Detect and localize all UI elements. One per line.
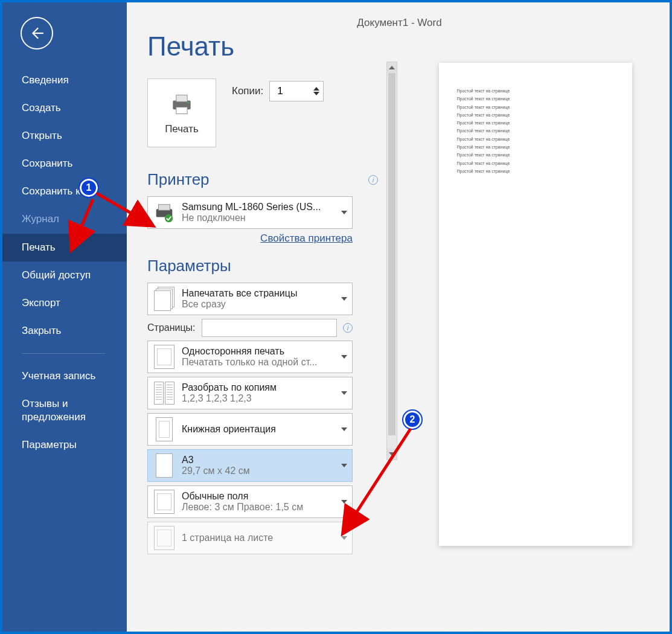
paper-icon	[153, 453, 176, 478]
preview-text-line: Простой текст на странице	[457, 151, 614, 159]
margins-icon	[153, 490, 176, 514]
preview-text-line: Простой текст на странице	[457, 159, 614, 167]
backstage-sidebar: Сведения Создать Открыть Сохранить Сохра…	[0, 0, 127, 634]
portrait-icon	[153, 417, 176, 441]
chevron-down-icon	[341, 536, 347, 540]
back-button[interactable]	[21, 17, 53, 50]
preview-text-line: Простой текст на странице	[457, 135, 614, 143]
pages-input[interactable]	[202, 319, 337, 337]
pages-label: Страницы:	[147, 322, 196, 333]
preview-text-line: Простой текст на странице	[457, 143, 614, 151]
printer-status: Не подключен	[182, 213, 333, 223]
nav-item-options[interactable]: Параметры	[0, 431, 127, 459]
chevron-down-icon	[341, 391, 347, 395]
chevron-down-icon	[341, 297, 347, 301]
print-button-label: Печать	[165, 123, 199, 135]
preview-text-line: Простой текст на странице	[457, 119, 614, 127]
settings-section-header: Параметры	[147, 257, 231, 275]
collate-icon	[153, 381, 176, 405]
nav-item-journal[interactable]: Журнал	[0, 205, 127, 233]
nav-item-share[interactable]: Общий доступ	[0, 261, 127, 289]
per-sheet-label: 1 страница на листе	[182, 533, 333, 543]
one-sided-icon	[153, 345, 176, 369]
margins-sub: Левое: 3 см Правое: 1,5 см	[182, 502, 333, 513]
page-preview: Простой текст на страницеПростой текст н…	[439, 63, 632, 546]
print-range-dropdown[interactable]: Напечатать все страницы Все сразу	[147, 283, 353, 315]
collate-dropdown[interactable]: Разобрать по копиям 1,2,3 1,2,3 1,2,3	[147, 377, 353, 409]
nav-item-saveas[interactable]: Сохранить как	[0, 178, 127, 205]
nav-item-save[interactable]: Сохранить	[0, 150, 127, 178]
copies-spinner-up[interactable]	[313, 87, 319, 91]
printer-section-header: Принтер	[147, 170, 210, 189]
print-button[interactable]: Печать	[147, 78, 216, 147]
one-page-icon	[153, 526, 176, 550]
nav-separator	[22, 353, 105, 354]
margins-dropdown[interactable]: Обычные поля Левое: 3 см Правое: 1,5 см	[147, 485, 353, 518]
nav-item-export[interactable]: Экспорт	[0, 289, 127, 317]
window-title: Документ1 - Word	[127, 0, 672, 29]
info-icon[interactable]: i	[368, 175, 378, 185]
svg-rect-6	[159, 205, 170, 211]
copies-spinner-down[interactable]	[313, 92, 319, 95]
pages-stack-icon	[153, 287, 176, 311]
preview-text-line: Простой текст на странице	[457, 103, 614, 111]
preview-text-line: Простой текст на странице	[457, 167, 614, 175]
print-range-sub: Все сразу	[182, 299, 333, 310]
chevron-down-icon	[341, 464, 347, 467]
scroll-thumb[interactable]	[388, 73, 395, 435]
sides-label: Односторонняя печать	[182, 346, 333, 357]
chevron-down-icon	[341, 355, 347, 359]
printer-icon	[168, 91, 195, 117]
nav-item-close[interactable]: Закрыть	[0, 317, 127, 345]
collate-label: Разобрать по копиям	[182, 382, 333, 393]
printer-properties-link[interactable]: Свойства принтера	[147, 232, 353, 245]
settings-scrollbar[interactable]	[386, 62, 397, 460]
orientation-label: Книжная ориентация	[182, 424, 333, 435]
printer-device-icon	[153, 200, 176, 225]
page-title: Печать	[147, 31, 384, 62]
chevron-down-icon	[341, 427, 347, 431]
orientation-dropdown[interactable]: Книжная ориентация	[147, 413, 353, 446]
nav-item-open[interactable]: Открыть	[0, 122, 127, 150]
paper-size-sub: 29,7 см x 42 см	[182, 466, 333, 476]
preview-text-line: Простой текст на странице	[457, 111, 614, 119]
svg-rect-3	[176, 107, 187, 114]
chevron-down-icon	[341, 500, 347, 504]
nav-item-new[interactable]: Создать	[0, 94, 127, 122]
copies-label: Копии:	[232, 85, 263, 97]
printer-name: Samsung ML-1860 Series (US...	[182, 202, 333, 213]
scroll-down-button[interactable]	[387, 449, 397, 459]
copies-input[interactable]: 1	[269, 81, 324, 101]
svg-point-4	[188, 102, 190, 104]
svg-rect-2	[176, 95, 187, 101]
paper-size-dropdown[interactable]: A3 29,7 см x 42 см	[147, 449, 353, 482]
arrow-left-icon	[29, 25, 45, 41]
info-icon[interactable]: i	[343, 323, 353, 333]
margins-label: Обычные поля	[182, 491, 333, 502]
sides-dropdown[interactable]: Односторонняя печать Печатать только на …	[147, 341, 353, 373]
collate-sub: 1,2,3 1,2,3 1,2,3	[182, 393, 333, 404]
nav-item-account[interactable]: Учетная запись	[0, 362, 127, 390]
print-range-label: Напечатать все страницы	[182, 288, 333, 299]
scroll-up-button[interactable]	[387, 62, 397, 73]
preview-text-line: Простой текст на странице	[457, 127, 614, 135]
preview-text-line: Простой текст на странице	[457, 95, 614, 103]
printer-dropdown[interactable]: Samsung ML-1860 Series (US... Не подключ…	[147, 196, 353, 229]
nav-item-print[interactable]: Печать	[0, 234, 127, 261]
preview-text-line: Простой текст на странице	[457, 87, 614, 95]
pages-per-sheet-dropdown[interactable]: 1 страница на листе	[147, 522, 353, 554]
sides-sub: Печатать только на одной ст...	[182, 357, 333, 368]
paper-size-label: A3	[182, 455, 333, 466]
copies-value: 1	[277, 85, 283, 97]
svg-point-7	[165, 214, 173, 222]
nav-item-info[interactable]: Сведения	[0, 66, 127, 94]
nav-item-feedback[interactable]: Отзывы и предложения	[0, 390, 127, 431]
chevron-down-icon	[341, 211, 347, 214]
